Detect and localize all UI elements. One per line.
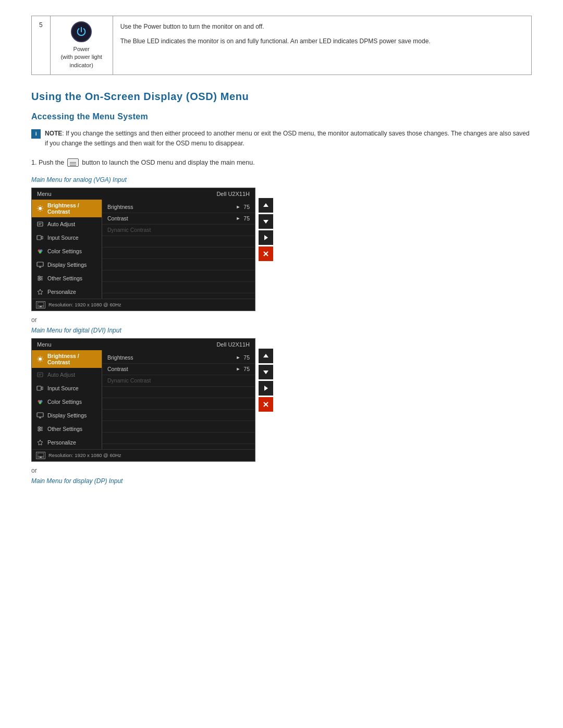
svg-rect-13 [37, 236, 41, 240]
svg-point-24 [40, 277, 42, 279]
colorsettings-icon [36, 247, 44, 255]
or-text-1: or [31, 316, 532, 324]
autoadjust-icon [36, 220, 44, 228]
osd1-header: Menu Dell U2X11H [32, 188, 255, 200]
osd2-footer: Resolution: 1920 x 1080 @ 60Hz [32, 449, 255, 461]
osd2-autoadjust-icon [36, 371, 44, 379]
note-icon [31, 129, 41, 139]
nav-right-button[interactable] [259, 230, 273, 245]
svg-marker-32 [264, 235, 268, 240]
svg-marker-60 [38, 440, 43, 445]
osd1-empty1 [102, 236, 255, 248]
osd2-right-panel: Brightness ► 75 Contrast ► 75 Dynamic Co… [102, 350, 255, 449]
osd2-empty1 [102, 387, 255, 398]
svg-line-6 [38, 206, 39, 206]
subsection-title: Accessing the Menu System [31, 112, 532, 121]
svg-point-1 [39, 207, 42, 210]
osd2-nav-down-button[interactable] [259, 365, 273, 379]
osd2-empty3 [102, 410, 255, 421]
displaysettings-icon [36, 261, 44, 269]
note-text: NOTE: If you change the settings and the… [45, 129, 532, 149]
osd2-menu-othersettings: Other Settings [32, 422, 102, 436]
svg-point-59 [39, 429, 40, 431]
osd2-menu-autoadjust: Auto Adjust [32, 368, 102, 381]
power-button-table: 5 Power (with power light indicator) Use… [31, 16, 532, 75]
osd1-menu-colorsettings: Color Settings [32, 244, 102, 258]
osd2-nav-right-button[interactable] [259, 381, 273, 396]
power-description: Use the Power button to turn the monitor… [113, 16, 531, 75]
osd3-caption: Main Menu for display (DP) Input [31, 477, 532, 485]
osd2-menu-displaysettings: Display Settings [32, 409, 102, 422]
svg-line-9 [38, 210, 39, 211]
osd1-brightness-row: Brightness ► 75 [102, 202, 255, 213]
osd1-empty5 [102, 282, 255, 293]
svg-marker-64 [263, 354, 268, 357]
osd2-menu-inputsource: Input Source [32, 381, 102, 395]
svg-rect-29 [40, 306, 42, 307]
svg-rect-63 [40, 456, 42, 458]
osd1-menu-brightness: Brightness / Contrast [32, 200, 102, 217]
osd2-colorsettings-icon [36, 398, 44, 406]
osd2-empty2 [102, 398, 255, 410]
osd2-othersettings-icon [36, 425, 44, 433]
osd1-dynamiccontrast-row: Dynamic Contrast [102, 225, 255, 236]
svg-line-42 [42, 356, 42, 357]
osd2-nav-up-button[interactable] [259, 349, 273, 363]
osd2-brightness-row: Brightness ► 75 [102, 352, 255, 364]
inputsource-icon [36, 233, 44, 242]
osd2-left-menu: Brightness / Contrast Auto Adjust [32, 350, 102, 449]
or-text-2: or [31, 467, 532, 474]
osd2-nav-buttons [259, 349, 273, 412]
osd1-menu-inputsource: Input Source [32, 231, 102, 244]
svg-line-7 [42, 210, 42, 211]
power-button-icon [71, 21, 92, 42]
osd2-screen: Menu Dell U2X11H [31, 338, 255, 462]
svg-marker-31 [263, 220, 268, 224]
nav-down-button[interactable] [259, 214, 273, 229]
svg-marker-65 [263, 371, 268, 374]
osd1-contrast-row: Contrast ► 75 [102, 213, 255, 225]
osd1-empty4 [102, 270, 255, 282]
svg-point-50 [39, 401, 42, 404]
svg-point-35 [39, 357, 42, 361]
osd2-personalize-icon [36, 438, 44, 447]
osd1-menu-othersettings: Other Settings [32, 272, 102, 285]
osd2-brightness-icon [36, 355, 44, 363]
brightness-icon [36, 204, 44, 213]
row-number: 5 [32, 16, 51, 75]
menu-button-icon [67, 158, 79, 167]
svg-line-40 [38, 356, 39, 357]
osd1-footer-icon [36, 301, 45, 309]
osd2-footer-icon [36, 452, 45, 459]
note-box: NOTE: If you change the settings and the… [31, 129, 532, 149]
osd1-empty2 [102, 248, 255, 259]
osd2-wrapper: Menu Dell U2X11H [31, 338, 532, 462]
svg-point-25 [39, 279, 40, 280]
osd2-displaysettings-icon [36, 411, 44, 419]
osd2-nav-close-button[interactable] [259, 397, 273, 412]
svg-line-8 [42, 206, 42, 206]
osd1-footer: Resolution: 1920 x 1080 @ 60Hz [32, 299, 255, 311]
svg-rect-17 [37, 262, 43, 266]
personalize-icon [36, 288, 44, 296]
osd2-body: Brightness / Contrast Auto Adjust [32, 350, 255, 449]
osd2-dynamiccontrast-row: Dynamic Contrast [102, 375, 255, 387]
osd2-empty4 [102, 421, 255, 433]
osd1-screen: Menu Dell U2X11H [31, 188, 255, 311]
osd2-contrast-row: Contrast ► 75 [102, 364, 255, 375]
osd2-caption: Main Menu for digital (DVI) Input [31, 327, 532, 334]
svg-point-23 [39, 276, 40, 277]
osd1-menu-displaysettings: Display Settings [32, 258, 102, 272]
nav-close-button[interactable] [259, 246, 273, 261]
osd1-left-menu: Brightness / Contrast Auto Adjust [32, 200, 102, 299]
svg-point-57 [39, 426, 40, 428]
nav-up-button[interactable] [259, 198, 273, 213]
section-title: Using the On-Screen Display (OSD) Menu [31, 91, 532, 103]
svg-point-16 [39, 251, 42, 253]
svg-rect-44 [38, 373, 43, 377]
power-icon-cell: Power (with power light indicator) [50, 16, 113, 75]
osd2-header: Menu Dell U2X11H [32, 339, 255, 350]
svg-marker-26 [38, 289, 43, 294]
osd1-wrapper: Menu Dell U2X11H [31, 188, 532, 311]
row-number-value: 5 [39, 21, 43, 29]
